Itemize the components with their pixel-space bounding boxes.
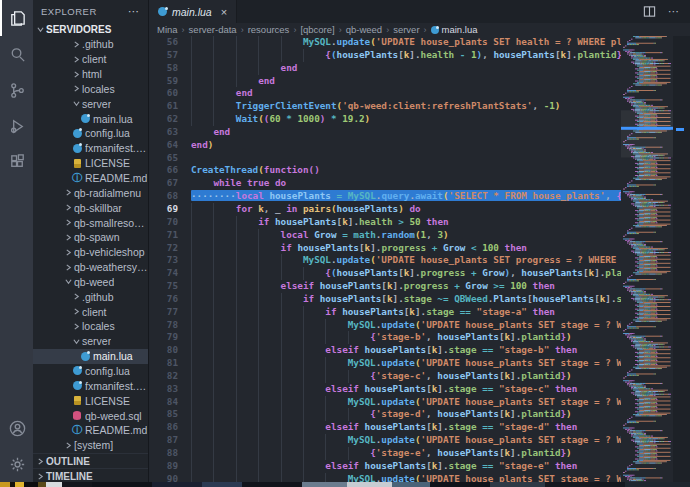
line-number[interactable]: 62 (149, 113, 189, 126)
search-icon[interactable] (0, 36, 33, 72)
line-number[interactable]: 56 (149, 36, 189, 49)
more-actions-icon[interactable]: ⋯ (668, 5, 680, 18)
tree-item-locales[interactable]: locales (33, 319, 148, 334)
line-number[interactable]: 75 (149, 280, 189, 293)
code-line[interactable]: for k, _ in pairs(housePlants) do (191, 203, 621, 216)
code-line[interactable]: if housePlants[k].stage == "stage-a" the… (191, 306, 621, 319)
line-number[interactable]: 80 (149, 344, 189, 357)
run-debug-icon[interactable] (0, 108, 33, 144)
tree-item-main.lua[interactable]: main.lua (33, 349, 148, 364)
line-number[interactable]: 76 (149, 293, 189, 306)
code-line[interactable]: elseif housePlants[k].stage == "stage-c"… (191, 383, 621, 396)
overview-ruler[interactable] (673, 36, 690, 482)
code-line[interactable]: TriggerClientEvent('qb-weed:client:refre… (191, 100, 621, 113)
breadcrumb-item[interactable]: qb-weed (346, 24, 382, 35)
line-number-gutter[interactable]: 5657585960616263646566676869707172737475… (149, 36, 189, 482)
extensions-icon[interactable] (0, 144, 33, 180)
tree-item-qb-radialmenu[interactable]: qb-radialmenu (33, 185, 148, 200)
line-number[interactable]: 81 (149, 357, 189, 370)
tab-main-lua[interactable]: main.lua × (149, 0, 237, 23)
breadcrumb-item[interactable]: Mina (157, 24, 178, 35)
line-number[interactable]: 59 (149, 75, 189, 88)
line-number[interactable]: 73 (149, 254, 189, 267)
line-number[interactable]: 70 (149, 216, 189, 229)
tree-item-qb-spawn[interactable]: qb-spawn (33, 230, 148, 245)
tree-item-client[interactable]: client (33, 304, 148, 319)
tree-item-qb-smallresources[interactable]: qb-smallresources (33, 215, 148, 230)
code-line[interactable]: MySQL.update('UPDATE house_plants SET he… (191, 36, 621, 49)
close-tab-icon[interactable]: × (221, 6, 227, 18)
line-number[interactable]: 60 (149, 87, 189, 100)
code-line[interactable]: MySQL.update('UPDATE house_plants SET st… (191, 473, 621, 482)
code-line[interactable]: {(housePlants[k].health - 1), housePlant… (191, 49, 621, 62)
code-line[interactable]: elseif housePlants[k].progress + Grow >=… (191, 280, 621, 293)
explorer-more-actions-icon[interactable]: ⋯ (128, 5, 140, 18)
code-line[interactable]: end (191, 87, 621, 100)
code-line[interactable]: end (191, 126, 621, 139)
tree-item-qb-weathersync[interactable]: qb-weathersync (33, 260, 148, 275)
line-number[interactable]: 88 (149, 447, 189, 460)
line-number[interactable]: 61 (149, 100, 189, 113)
code-line[interactable]: if housePlants[k].stage ~= QBWeed.Plants… (191, 293, 621, 306)
tree-item-qb-weed.sql[interactable]: qb-weed.sql (33, 408, 148, 423)
tree-item-config.lua[interactable]: config.lua (33, 126, 148, 141)
tree-item-qb-skillbar[interactable]: qb-skillbar (33, 200, 148, 215)
tree-item-config.lua[interactable]: config.lua (33, 364, 148, 379)
explorer-icon[interactable] (0, 0, 33, 36)
line-number[interactable]: 67 (149, 177, 189, 190)
code-line[interactable]: {'stage-b', housePlants[k].plantid}) (191, 331, 621, 344)
tree-item-html[interactable]: html (33, 67, 148, 82)
code-line[interactable]: elseif housePlants[k].stage == "stage-b"… (191, 344, 621, 357)
source-control-icon[interactable] (0, 72, 33, 108)
tree-item-license[interactable]: LICENSE (33, 393, 148, 408)
tree-item-license[interactable]: LICENSE (33, 156, 148, 171)
code-line[interactable]: Wait((60 * 1000) * 19.2) (191, 113, 621, 126)
tree-item-server[interactable]: server (33, 334, 148, 349)
line-number[interactable]: 74 (149, 267, 189, 280)
line-number[interactable]: 64 (149, 139, 189, 152)
line-number[interactable]: 65 (149, 152, 189, 165)
code-line[interactable]: MySQL.update('UPDATE house_plants SET st… (191, 357, 621, 370)
tree-item-qb-vehicleshop[interactable]: qb-vehicleshop (33, 245, 148, 260)
code-line[interactable]: {'stage-e', housePlants[k].plantid}) (191, 447, 621, 460)
breadcrumb-item[interactable]: server-data (189, 24, 237, 35)
line-number[interactable]: 85 (149, 408, 189, 421)
code-line[interactable]: if housePlants[k].progress + Grow < 100 … (191, 242, 621, 255)
split-editor-icon[interactable] (643, 5, 656, 18)
tree-item-.github[interactable]: .github (33, 289, 148, 304)
line-number[interactable]: 89 (149, 460, 189, 473)
code-line[interactable]: if housePlants[k].health > 50 then (191, 216, 621, 229)
line-number[interactable]: 57 (149, 49, 189, 62)
tree-item-client[interactable]: client (33, 52, 148, 67)
breadcrumb-item[interactable]: main.lua (431, 24, 478, 35)
breadcrumb-item[interactable]: server (393, 24, 419, 35)
code-line[interactable]: MySQL.update('UPDATE house_plants SET st… (191, 319, 621, 332)
workspace-section-header[interactable]: SERVIDORES (33, 22, 148, 37)
line-number[interactable]: 90 (149, 473, 189, 482)
tree-item-server[interactable]: server (33, 96, 148, 111)
line-number[interactable]: 66 (149, 164, 189, 177)
code-line[interactable]: {(housePlants[k].progress + Grow), house… (191, 267, 621, 280)
settings-gear-icon[interactable] (0, 446, 33, 482)
account-icon[interactable] (0, 410, 33, 446)
line-number[interactable]: 82 (149, 370, 189, 383)
tree-item-fxmanifest.lua[interactable]: fxmanifest.lua (33, 141, 148, 156)
breadcrumb-item[interactable]: [qbcore] (300, 24, 334, 35)
code-line[interactable]: while true do (191, 177, 621, 190)
tree-item-fxmanifest.lua[interactable]: fxmanifest.lua (33, 378, 148, 393)
line-number[interactable]: 63 (149, 126, 189, 139)
tree-item-main.lua[interactable]: main.lua (33, 111, 148, 126)
tree-item-locales[interactable]: locales (33, 82, 148, 97)
code-line[interactable]: MySQL.update('UPDATE house_plants SET st… (191, 396, 621, 409)
code-lines[interactable]: MySQL.update('UPDATE house_plants SET he… (191, 36, 621, 482)
line-number[interactable]: 86 (149, 421, 189, 434)
code-line[interactable]: {'stage-d', housePlants[k].plantid}) (191, 408, 621, 421)
code-line[interactable]: end) (191, 139, 621, 152)
code-line[interactable]: end (191, 62, 621, 75)
code-line[interactable]: ········local housePlants = MySQL.query.… (191, 190, 621, 203)
code-line[interactable]: local Grow = math.random(1, 3) (191, 229, 621, 242)
code-line[interactable]: MySQL.update('UPDATE house_plants SET pr… (191, 254, 621, 267)
breadcrumb-item[interactable]: resources (248, 24, 290, 35)
tree-item-system[interactable]: [system] (33, 438, 148, 453)
code-area[interactable]: 5657585960616263646566676869707172737475… (149, 36, 690, 482)
